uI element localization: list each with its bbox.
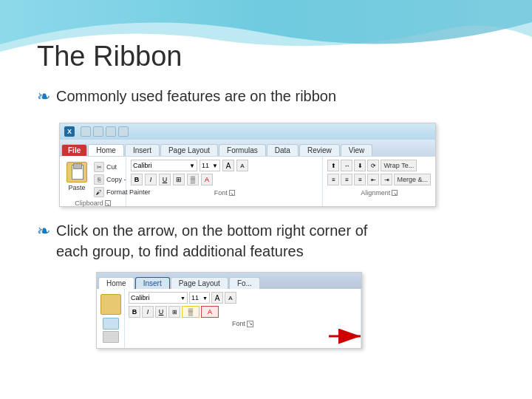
ribbon-tabs-bar-2: Home Insert Page Layout Fo... bbox=[97, 273, 361, 289]
format-buttons-row: B I U ⊞ ▒ A bbox=[131, 174, 318, 185]
red-arrow-svg bbox=[325, 325, 369, 347]
alignment-label: Alignment ↘ bbox=[327, 188, 431, 197]
extra-quick-icon bbox=[118, 126, 129, 137]
bullet-icon-2: ❧ bbox=[37, 222, 50, 241]
merge-cells-button[interactable]: Merge &... bbox=[394, 174, 431, 185]
font2-font-color[interactable]: A bbox=[201, 306, 219, 318]
cut-icon: ✂ bbox=[94, 162, 104, 172]
paste-icon bbox=[66, 162, 87, 183]
font2-bold[interactable]: B bbox=[129, 306, 140, 318]
font-name-row: Calibri ▼ 11 ▼ A A bbox=[131, 160, 318, 171]
ribbon-titlebar: X bbox=[60, 123, 435, 140]
font2-format-row: B I U ⊞ ▒ A bbox=[129, 306, 357, 318]
font2-highlight[interactable]: ▒ bbox=[182, 306, 200, 318]
font2-name-selector[interactable]: Calibri▼ bbox=[129, 292, 188, 304]
font2-increase-button[interactable]: A bbox=[211, 292, 223, 304]
copy-icon: ⎘ bbox=[94, 174, 104, 185]
cut-label: Cut bbox=[106, 163, 117, 171]
tab-view[interactable]: View bbox=[341, 144, 373, 156]
font-label: Font ↘ bbox=[131, 188, 318, 197]
tab-insert[interactable]: Insert bbox=[125, 144, 160, 156]
clipboard2-big-icon bbox=[100, 294, 121, 315]
alignment-bottom-row: ≡ ≡ ≡ ⇤ ⇥ Merge &... bbox=[327, 174, 431, 185]
font-size-dropdown: ▼ bbox=[212, 163, 218, 169]
alignment-top-row: ⬆ ↔ ⬇ ⟳ Wrap Te... bbox=[327, 160, 431, 171]
ribbon-screenshot-1: X File Home Insert Page Layout Formulas … bbox=[59, 123, 436, 207]
font2-decrease-button[interactable]: A bbox=[225, 292, 236, 304]
ribbon-body-2: Calibri▼ 11▼ A A B I U ⊞ ▒ A bbox=[97, 289, 361, 348]
tab-review[interactable]: Review bbox=[299, 144, 340, 156]
align-center-button[interactable]: ≡ bbox=[341, 174, 352, 185]
clipboard-group: Paste ✂ Cut ⎘ Copy - 🖌 Forma bbox=[60, 157, 126, 206]
redo-quick-icon bbox=[106, 126, 116, 137]
font-name-selector[interactable]: Calibri ▼ bbox=[131, 160, 197, 171]
tab-file[interactable]: File bbox=[61, 144, 87, 157]
alignment-group: ⬆ ↔ ⬇ ⟳ Wrap Te... ≡ ≡ ≡ ⇤ ⇥ Merge &... bbox=[323, 157, 435, 206]
font2-underline[interactable]: U bbox=[155, 306, 167, 318]
ribbon-tabs-bar: File Home Insert Page Layout Formulas Da… bbox=[60, 140, 435, 156]
paste-label: Paste bbox=[68, 184, 85, 191]
office-icon: X bbox=[64, 126, 75, 137]
font-color-button[interactable]: A bbox=[201, 174, 213, 185]
ribbon-screenshot-2: Home Insert Page Layout Fo... Calibri▼ bbox=[96, 272, 362, 349]
bullet-2: ❧ Click on the arrow, on the bottom righ… bbox=[37, 220, 495, 262]
tab2-fo[interactable]: Fo... bbox=[229, 277, 260, 289]
font2-size-selector[interactable]: 11▼ bbox=[189, 292, 210, 304]
decrease-font-button[interactable]: A bbox=[236, 160, 248, 171]
font2-name-row: Calibri▼ 11▼ A A bbox=[129, 292, 357, 304]
font-expander[interactable]: ↘ bbox=[229, 190, 235, 196]
border-button[interactable]: ⊞ bbox=[173, 174, 185, 185]
increase-font-button[interactable]: A bbox=[222, 160, 234, 171]
clipboard-group-content: Paste ✂ Cut ⎘ Copy - 🖌 Forma bbox=[64, 160, 121, 198]
underline-button[interactable]: U bbox=[159, 174, 171, 185]
clipboard-label: Clipboard ↘ bbox=[64, 198, 121, 207]
bullet-1: ❧ Commonly used features are on the ribb… bbox=[37, 86, 495, 106]
bold-button[interactable]: B bbox=[131, 174, 143, 185]
indent-decrease-button[interactable]: ⇤ bbox=[367, 174, 379, 185]
italic-button[interactable]: I bbox=[145, 174, 157, 185]
clipboard2-small-icon2 bbox=[103, 331, 119, 343]
ribbon-body: Paste ✂ Cut ⎘ Copy - 🖌 Forma bbox=[60, 156, 435, 206]
tab-page-layout[interactable]: Page Layout bbox=[160, 144, 218, 156]
fill-color-button[interactable]: ▒ bbox=[187, 174, 199, 185]
font-size-selector[interactable]: 11 ▼ bbox=[200, 160, 220, 171]
font2-italic[interactable]: I bbox=[142, 306, 154, 318]
wrap-text-button[interactable]: Wrap Te... bbox=[381, 160, 417, 171]
ribbon2-clipboard-icons bbox=[97, 289, 125, 348]
clipboard-expander[interactable]: ↘ bbox=[105, 200, 111, 206]
format-painter-icon: 🖌 bbox=[94, 187, 104, 197]
font-name-dropdown: ▼ bbox=[189, 163, 195, 169]
tab2-insert[interactable]: Insert bbox=[135, 277, 170, 289]
orient-button[interactable]: ⟳ bbox=[367, 160, 379, 171]
alignment-expander[interactable]: ↘ bbox=[392, 190, 398, 196]
bullet-text-2-line2: each group, to find additional features bbox=[56, 241, 367, 262]
font2-group-label: Font ↘ bbox=[129, 320, 357, 327]
align-top-button[interactable]: ⬆ bbox=[327, 160, 339, 171]
tab-data[interactable]: Data bbox=[267, 144, 299, 156]
bullet-icon-1: ❧ bbox=[37, 87, 50, 106]
copy-label: Copy - bbox=[106, 176, 126, 183]
bullet-text-1: Commonly used features are on the ribbon bbox=[56, 86, 336, 106]
align-right-button[interactable]: ≡ bbox=[354, 174, 366, 185]
clipboard2-small-icon bbox=[103, 318, 119, 330]
save-quick-icon bbox=[81, 126, 91, 137]
slide-title: The Ribbon bbox=[37, 41, 495, 72]
align-left-button[interactable]: ≡ bbox=[327, 174, 339, 185]
tab2-home[interactable]: Home bbox=[98, 277, 134, 289]
align-middle-button[interactable]: ↔ bbox=[341, 160, 352, 171]
font2-expander[interactable]: ↘ bbox=[247, 321, 253, 327]
quick-access-toolbar bbox=[81, 126, 129, 137]
font-group: Calibri ▼ 11 ▼ A A B I U ⊞ ▒ A bbox=[126, 157, 323, 206]
paste-button[interactable]: Paste bbox=[64, 160, 89, 194]
font2-border[interactable]: ⊞ bbox=[168, 306, 180, 318]
indent-increase-button[interactable]: ⇥ bbox=[381, 174, 392, 185]
tab-home[interactable]: Home bbox=[88, 144, 124, 156]
align-bottom-button[interactable]: ⬇ bbox=[354, 160, 366, 171]
undo-quick-icon bbox=[93, 126, 103, 137]
tab2-page-layout[interactable]: Page Layout bbox=[171, 277, 228, 289]
bullet-text-2-line1: Click on the arrow, on the bottom right … bbox=[56, 220, 367, 241]
tab-formulas[interactable]: Formulas bbox=[219, 144, 266, 156]
screenshot-container-2: Home Insert Page Layout Fo... Calibri▼ bbox=[37, 269, 362, 349]
